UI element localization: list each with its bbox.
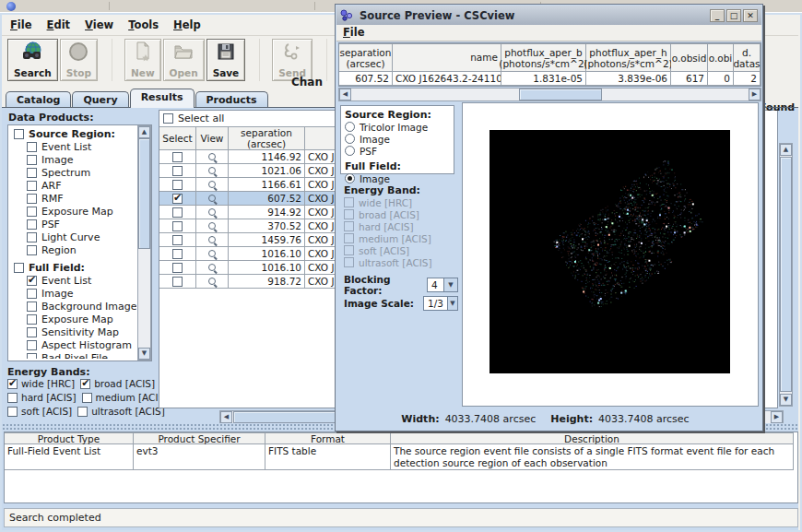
magnifier-icon[interactable] — [207, 194, 218, 204]
row-select-cell[interactable] — [159, 275, 196, 289]
data-product-item-spectrum[interactable]: Spectrum — [10, 166, 136, 179]
checkbox[interactable] — [27, 340, 37, 350]
checkbox[interactable] — [27, 181, 37, 191]
magnifier-icon[interactable] — [207, 180, 218, 190]
data-product-item-rmf[interactable]: RMF — [10, 192, 136, 205]
menu-tools[interactable]: Tools — [122, 17, 167, 34]
data-product-item-exposure-map[interactable]: Exposure Map — [10, 313, 136, 325]
dialog-table-scrollbar[interactable]: ◀ ▶ — [338, 88, 761, 101]
checkbox[interactable] — [7, 407, 18, 417]
tab-results[interactable]: Results — [130, 89, 195, 108]
menu-file[interactable]: File — [4, 17, 41, 34]
row-checkbox[interactable] — [172, 249, 183, 259]
checkbox[interactable] — [27, 301, 37, 312]
data-product-item-full-field[interactable]: Full Field: — [10, 261, 136, 274]
menu-help[interactable]: Help — [167, 17, 209, 34]
blocking-factor-select[interactable]: 4 ▼ — [427, 278, 458, 292]
maximize-icon[interactable]: □ — [726, 9, 741, 22]
checkbox[interactable] — [27, 276, 37, 286]
energy-band-broad-acis[interactable]: broad [ACIS] — [80, 378, 155, 389]
results-vertical-scrollbar[interactable]: ▲ ▼ — [779, 143, 793, 407]
scroll-right-icon[interactable]: ▶ — [771, 411, 783, 423]
row-select-cell[interactable] — [159, 219, 196, 233]
checkbox[interactable] — [27, 245, 37, 255]
data-product-item-sensitivity-map[interactable]: Sensitivity Map — [10, 325, 136, 338]
source-region-option-image[interactable]: Image — [345, 133, 450, 145]
checkbox[interactable] — [82, 393, 92, 403]
scroll-up-icon[interactable]: ▲ — [780, 144, 792, 156]
column-header-photflux-aper-h[interactable]: photflux_aper_h(photons/s*cm^2) — [586, 43, 671, 72]
radio-button[interactable] — [345, 122, 355, 132]
row-view-cell[interactable] — [196, 219, 229, 233]
checkbox[interactable] — [27, 194, 37, 204]
minimize-icon[interactable]: _ — [710, 9, 725, 22]
select-all-checkbox[interactable] — [163, 113, 173, 124]
energy-band-ultrasoft-acis[interactable]: ultrasoft [ACIS] — [77, 406, 165, 417]
checkbox[interactable] — [7, 379, 18, 389]
close-icon[interactable]: ✕ — [743, 9, 758, 22]
data-products-scrollbar[interactable]: ▲ ▼ — [137, 125, 151, 361]
checkbox[interactable] — [77, 407, 88, 417]
column-header-name[interactable]: name — [393, 43, 501, 72]
magnifier-icon[interactable] — [207, 166, 218, 176]
checkbox[interactable] — [27, 353, 37, 360]
save-button[interactable]: Save — [206, 39, 246, 81]
radio-button[interactable] — [345, 146, 355, 156]
full-field-option-image[interactable]: Image — [345, 172, 450, 184]
row-view-cell[interactable] — [196, 233, 229, 247]
tab-products[interactable]: Products — [195, 91, 268, 108]
dialog-titlebar[interactable]: Source Preview - CSCview _ □ ✕ — [336, 6, 761, 25]
row-select-cell[interactable] — [159, 233, 196, 247]
chevron-down-icon[interactable]: ▼ — [443, 278, 457, 291]
checkbox[interactable] — [14, 263, 24, 273]
scroll-left-icon[interactable]: ◀ — [220, 411, 232, 423]
data-product-item-source-region[interactable]: Source Region: — [10, 127, 136, 140]
source-region-option-psf[interactable]: PSF — [345, 145, 450, 157]
menu-view[interactable]: View — [78, 17, 122, 34]
product-row[interactable]: Full-Field Event Listevt3FITS tableThe s… — [5, 444, 797, 470]
row-view-cell[interactable] — [196, 275, 229, 289]
column-header-view[interactable]: View — [196, 126, 229, 150]
checkbox[interactable] — [27, 207, 37, 217]
column-header-d-datas[interactable]: d. datas — [734, 43, 761, 72]
row-checkbox[interactable] — [172, 194, 183, 204]
data-product-item-region[interactable]: Region — [10, 243, 136, 256]
magnifier-icon[interactable] — [207, 235, 218, 245]
dialog-menu-file[interactable]: File — [336, 24, 373, 41]
scroll-right-icon[interactable]: ▶ — [749, 89, 761, 100]
checkbox[interactable] — [27, 142, 37, 152]
row-checkbox[interactable] — [172, 235, 183, 245]
checkbox[interactable] — [27, 155, 37, 165]
data-product-item-image[interactable]: Image — [10, 153, 136, 166]
tab-catalog[interactable]: Catalog — [6, 91, 71, 108]
radio-button[interactable] — [345, 134, 355, 144]
scroll-down-icon[interactable]: ▼ — [138, 348, 150, 360]
row-select-cell[interactable] — [159, 247, 196, 261]
row-checkbox[interactable] — [172, 180, 183, 190]
chevron-down-icon[interactable]: ▼ — [447, 297, 457, 310]
data-product-item-image[interactable]: Image — [10, 287, 136, 300]
row-checkbox[interactable] — [172, 152, 183, 162]
checkbox[interactable] — [27, 232, 37, 242]
checkbox[interactable] — [7, 393, 18, 403]
data-product-item-light-curve[interactable]: Light Curve — [10, 231, 136, 243]
row-checkbox[interactable] — [172, 277, 183, 287]
data-product-item-psf[interactable]: PSF — [10, 218, 136, 231]
dialog-table-row[interactable]: 607.52CXO J162643.2-2411091.831e-053.839… — [339, 72, 761, 86]
row-view-cell[interactable] — [196, 247, 229, 261]
tab-query[interactable]: Query — [72, 91, 128, 108]
row-view-cell[interactable] — [196, 192, 229, 206]
checkbox[interactable] — [27, 168, 37, 178]
checkbox[interactable] — [27, 314, 37, 325]
column-header-o-obsid[interactable]: o.obsid — [671, 43, 708, 72]
column-header-separation[interactable]: separation(arcsec) — [229, 126, 305, 150]
energy-band-hard-acis[interactable]: hard [ACIS] — [7, 392, 77, 403]
source-region-option-tricolor-image[interactable]: Tricolor Image — [345, 121, 450, 133]
checkbox[interactable] — [27, 289, 37, 299]
row-checkbox[interactable] — [172, 207, 183, 218]
data-product-item-bad-pixel-file[interactable]: Bad Pixel File — [10, 351, 136, 359]
column-header-photflux-aper-b[interactable]: photflux_aper_b(photons/s*cm^2) — [501, 43, 586, 72]
scroll-up-icon[interactable]: ▲ — [138, 126, 150, 138]
magnifier-icon[interactable] — [207, 152, 218, 162]
row-view-cell[interactable] — [196, 150, 229, 164]
